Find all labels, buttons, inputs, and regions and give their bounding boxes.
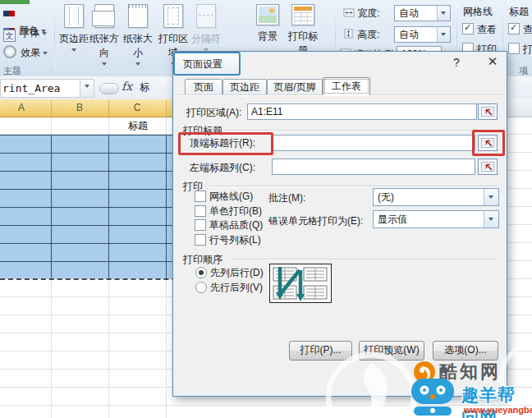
name-box-dropdown[interactable] [80,79,94,98]
left-col-range-selector-button[interactable] [478,158,498,175]
width-icon [343,8,355,17]
highlight-box-top-row-selector [472,130,505,156]
orientation-button[interactable]: 纸张方向 [85,4,123,66]
background-button[interactable]: 背景 [249,4,287,44]
over-then-down-radio[interactable] [195,282,207,293]
effects-icon [3,45,16,58]
help-icon[interactable]: ? [449,56,464,69]
tab-sheet[interactable]: 工作表 [323,77,370,95]
orientation-icon [94,4,114,28]
chevron-down-icon[interactable] [484,211,498,227]
header-divider [166,100,167,116]
breaks-icon [196,4,216,28]
print-titles-icon [291,4,314,25]
close-icon[interactable]: ✕ [484,54,502,69]
headings-print-label: 打印 [523,44,532,55]
theme-effects-button[interactable]: 效果 [3,44,51,62]
yueyang-watermark-url: www.yueyangbang.com [464,405,532,415]
black-white-checkbox[interactable] [195,205,206,217]
insert-function-button[interactable]: fx [122,80,132,93]
cell-errors-value: 显示值 [378,214,407,225]
breaks-button: 分隔符 [187,4,225,52]
theme-effects-label: 效果 [21,47,40,58]
chevron-down-icon [71,48,76,52]
column-header-c[interactable]: C [121,102,154,113]
cell-errors-select[interactable]: 显示值 [373,210,499,228]
top-row-input[interactable] [272,135,475,151]
width-label: 宽度: [357,7,379,19]
range-selector-icon [481,107,494,117]
checkbox-checked-icon[interactable] [508,23,520,34]
fit-height-row: 高度: [343,26,380,43]
tab-margins[interactable]: 页边距 [222,79,267,95]
orientation-label: 纸张方向 [85,32,123,60]
chevron-down-icon [85,85,89,88]
name-box[interactable]: rint_Area [0,79,82,98]
left-col-input[interactable] [272,158,475,175]
height-icon [343,29,355,39]
width-value: 自动 [399,7,419,19]
chevron-down-icon[interactable] [437,27,450,42]
fonts-icon: 文 [3,30,16,42]
robot-icon [407,376,460,417]
comments-field-label: 批注(M): [268,191,305,205]
black-white-checkbox-label: 单色打印(B) [209,204,262,218]
themes-group-label: 主题 [3,65,21,77]
gridlines-group-label: 网格线 [463,5,493,19]
chevron-down-icon[interactable] [484,189,498,205]
options-button[interactable]: 选项(O)... [433,341,498,361]
print-area-range-selector-button[interactable] [478,103,498,120]
checkbox-unchecked-icon[interactable] [508,43,520,54]
headings-print-checkbox[interactable]: 打印 [508,43,532,57]
page-setup-dialog: 页面设置 ? ✕ 页面 页边距 页眉/页脚 工作表 打印区域(A): A1:E1… [172,51,507,397]
header-divider [108,100,109,116]
draft-quality-checkbox-label: 草稿品质(Q) [209,218,263,232]
chevron-down-icon [42,32,47,35]
theme-fonts-label: 字体 [20,27,39,39]
page-order-preview-image [269,264,332,303]
fit-width-row: 宽度: [343,5,380,21]
formula-content[interactable]: 标 [140,80,149,94]
width-select[interactable]: 自动 [394,5,451,21]
chevron-down-icon [135,62,140,66]
height-select[interactable]: 自动 [394,26,451,43]
column-header-b[interactable]: B [63,102,96,113]
checkbox-checked-icon[interactable] [462,23,474,34]
breaks-label: 分隔符 [187,32,225,46]
theme-colors-button[interactable]: 颜色 [3,5,51,22]
errors-field-label: 错误单元格打印为(E): [268,214,363,228]
highlight-box-top-row-label [178,132,273,155]
chevron-down-icon[interactable] [437,6,450,21]
print-area-input[interactable]: A1:E11 [247,103,477,120]
sheet-options-group-label-tail: 项 [519,65,528,77]
gridlines-view-checkbox[interactable]: 查看 [462,23,497,37]
print-titles-button[interactable]: 打印标题 [284,4,322,57]
row-col-headings-checkbox-label: 行号列标(L) [209,233,261,247]
page-order-preview [269,264,332,305]
headings-view-checkbox[interactable]: 查看 [508,23,532,37]
groupbox-line [231,259,498,260]
print-area-icon [163,4,183,28]
draft-quality-checkbox[interactable] [195,219,206,231]
headings-group-label: 标题 [509,5,529,19]
paper-size-button[interactable]: 纸张大小 [119,4,157,66]
range-selector-icon [481,162,494,172]
comments-select[interactable]: (无) [373,188,499,206]
tab-page[interactable]: 页面 [185,79,222,95]
tab-header-footer[interactable]: 页眉/页脚 [267,79,323,95]
chevron-down-icon [102,62,107,66]
header-divider [51,100,52,116]
white-swirl-watermark [322,348,420,418]
height-label: 高度: [357,29,379,40]
down-then-over-radio[interactable] [195,267,207,278]
theme-fonts-button[interactable]: 文 字体 [3,25,51,42]
margins-icon [64,4,84,28]
row-col-headings-checkbox[interactable] [195,234,206,246]
over-then-down-label: 先行后列(V) [210,281,263,295]
formula-buttons-pill [99,83,119,94]
gridlines-view-label: 查看 [477,24,497,35]
left-col-field-label: 左端标题列(C): [190,161,255,175]
cell-c1-title[interactable]: 标题 [109,119,167,133]
gridlines-checkbox[interactable] [195,191,206,202]
column-header-a[interactable]: A [5,102,38,113]
